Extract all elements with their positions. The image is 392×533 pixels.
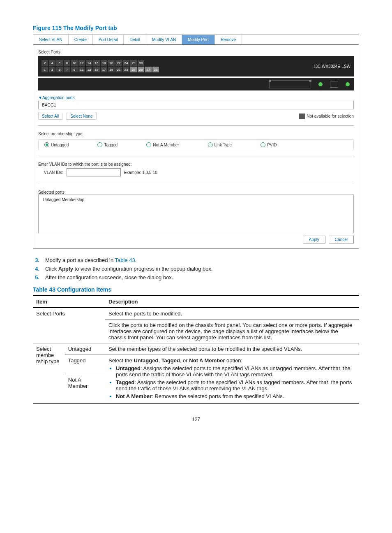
port-20[interactable]: 20 bbox=[108, 60, 115, 66]
port-9[interactable]: 9 bbox=[71, 67, 78, 72]
port-2[interactable]: 2 bbox=[42, 60, 48, 66]
selected-ports-label: Selected ports: bbox=[38, 190, 354, 195]
port-14[interactable]: 14 bbox=[86, 60, 92, 66]
port-12[interactable]: 12 bbox=[78, 60, 85, 66]
radio-label: Not A Member bbox=[153, 143, 179, 147]
radio-label: Link Type bbox=[214, 143, 232, 147]
status-port-icon bbox=[330, 81, 338, 88]
port-1[interactable]: 1 bbox=[42, 67, 48, 72]
membership-radio-group: UntaggedTaggedNot A MemberLink TypePVID bbox=[38, 139, 354, 150]
step-item: 4.Click Apply to view the configuration … bbox=[33, 266, 359, 272]
vlan-ids-label: VLAN IDs: bbox=[44, 170, 63, 175]
radio-tagged[interactable]: Tagged bbox=[97, 142, 118, 147]
radio-dot-icon bbox=[44, 142, 49, 147]
selected-ports-box: Untagged Membership bbox=[38, 195, 354, 233]
radio-label: PVID bbox=[267, 143, 277, 147]
port-3[interactable]: 3 bbox=[49, 67, 55, 72]
tab-bar: Select VLANCreatePort DetailDetailModify… bbox=[33, 35, 359, 45]
td-not-a-member: Not A Member bbox=[65, 374, 105, 404]
port-21[interactable]: 21 bbox=[115, 67, 122, 72]
port-5[interactable]: 5 bbox=[56, 67, 63, 72]
step-item: 5.After the configuration succeeds, clos… bbox=[33, 274, 359, 280]
port-23[interactable]: 23 bbox=[123, 67, 129, 72]
aggregation-item[interactable]: BAGG1 bbox=[38, 101, 354, 109]
port-8[interactable]: 8 bbox=[64, 60, 70, 66]
radio-link-type[interactable]: Link Type bbox=[208, 142, 232, 147]
step-text: Click Apply to view the configuration pr… bbox=[45, 266, 213, 272]
port-24[interactable]: 24 bbox=[123, 60, 129, 66]
radio-dot-icon bbox=[261, 142, 265, 147]
page-number: 127 bbox=[33, 417, 359, 422]
step-text: Modify a port as described in Table 43. bbox=[45, 257, 136, 263]
legend-text: Not avaliable for selection bbox=[307, 114, 354, 118]
vlan-ids-input[interactable] bbox=[67, 168, 121, 176]
status-slot bbox=[269, 80, 311, 88]
th-item: Item bbox=[33, 296, 105, 308]
modify-port-screenshot: Select VLANCreatePort DetailDetailModify… bbox=[33, 35, 359, 249]
apply-button[interactable]: Apply bbox=[303, 236, 325, 243]
port-10[interactable]: 10 bbox=[71, 60, 78, 66]
step-number: 4. bbox=[33, 266, 39, 272]
vlan-example-label: Example: 1,3,5-10 bbox=[124, 170, 157, 175]
port-19[interactable]: 19 bbox=[108, 67, 115, 72]
port-28[interactable]: 28 bbox=[152, 67, 159, 72]
td-tagged: Tagged bbox=[65, 355, 105, 374]
port-6[interactable]: 6 bbox=[56, 60, 63, 66]
port-7[interactable]: 7 bbox=[64, 67, 70, 72]
radio-dot-icon bbox=[97, 142, 102, 147]
table-title: Table 43 Configuration items bbox=[33, 286, 359, 293]
device-model-label: H3C WX3024E-LSW bbox=[312, 64, 350, 69]
port-11[interactable]: 11 bbox=[78, 67, 85, 72]
td-desc: Click the ports to be modified on the ch… bbox=[105, 320, 359, 343]
port-30[interactable]: 30 bbox=[138, 60, 144, 66]
enter-vlan-label: Enter VLAN IDs to which the port is to b… bbox=[38, 162, 354, 167]
tab-select-vlan[interactable]: Select VLAN bbox=[33, 35, 69, 44]
figure-title: Figure 115 The Modify Port tab bbox=[33, 25, 359, 31]
tab-modify-vlan[interactable]: Modify VLAN bbox=[146, 35, 182, 44]
step-link[interactable]: Table 43 bbox=[115, 257, 135, 263]
step-text: After the configuration succeeds, close … bbox=[45, 274, 173, 280]
radio-label: Tagged bbox=[104, 143, 118, 147]
tab-modify-port[interactable]: Modify Port bbox=[182, 35, 215, 44]
tab-create[interactable]: Create bbox=[69, 35, 93, 44]
port-15[interactable]: 15 bbox=[93, 67, 100, 72]
port-13[interactable]: 13 bbox=[86, 67, 92, 72]
port-16[interactable]: 16 bbox=[93, 60, 100, 66]
port-29[interactable]: 29 bbox=[130, 60, 137, 66]
port-27[interactable]: 27 bbox=[145, 67, 152, 72]
th-description: Description bbox=[105, 296, 359, 308]
port-18[interactable]: 18 bbox=[101, 60, 107, 66]
td-desc: Select the Untagged, Tagged, or Not A Me… bbox=[105, 355, 359, 404]
radio-untagged[interactable]: Untagged bbox=[44, 142, 69, 147]
td-select-membership: Select membe rship type bbox=[33, 343, 65, 404]
membership-type-label: Select membership type: bbox=[38, 132, 354, 136]
radio-dot-icon bbox=[146, 142, 151, 147]
port-25[interactable]: 25 bbox=[130, 67, 137, 72]
select-all-button[interactable]: Select All bbox=[38, 113, 62, 120]
step-bold: Apply bbox=[58, 266, 73, 272]
untagged-membership-label: Untagged Membership bbox=[43, 197, 349, 202]
cancel-button[interactable]: Cancel bbox=[329, 236, 354, 243]
radio-dot-icon bbox=[208, 142, 213, 147]
td-select-ports: Select Ports bbox=[33, 308, 105, 343]
step-list: 3.Modify a port as described in Table 43… bbox=[33, 257, 359, 280]
port-22[interactable]: 22 bbox=[115, 60, 122, 66]
step-item: 3.Modify a port as described in Table 43… bbox=[33, 257, 359, 263]
td-desc: Set the member types of the selected por… bbox=[105, 343, 359, 355]
port-26[interactable]: 26 bbox=[138, 67, 144, 72]
status-bar bbox=[38, 78, 354, 90]
tab-remove[interactable]: Remove bbox=[215, 35, 242, 44]
radio-not-a-member[interactable]: Not A Member bbox=[146, 142, 179, 147]
tab-detail[interactable]: Detail bbox=[124, 35, 146, 44]
status-dot-icon bbox=[346, 82, 350, 86]
aggregation-ports-header[interactable]: ▼Aggregation ports bbox=[38, 95, 354, 100]
tab-port-detail[interactable]: Port Detail bbox=[93, 35, 124, 44]
status-dot-icon bbox=[318, 82, 323, 86]
select-none-button[interactable]: Select None bbox=[67, 113, 96, 120]
port-17[interactable]: 17 bbox=[101, 67, 107, 72]
chassis-panel: 246810121416182022242930 135791113151719… bbox=[38, 56, 354, 76]
port-4[interactable]: 4 bbox=[49, 60, 55, 66]
radio-pvid[interactable]: PVID bbox=[261, 142, 277, 147]
config-items-table: Item Description Select Ports Select the… bbox=[33, 295, 359, 404]
legend-swatch-icon bbox=[299, 114, 305, 119]
